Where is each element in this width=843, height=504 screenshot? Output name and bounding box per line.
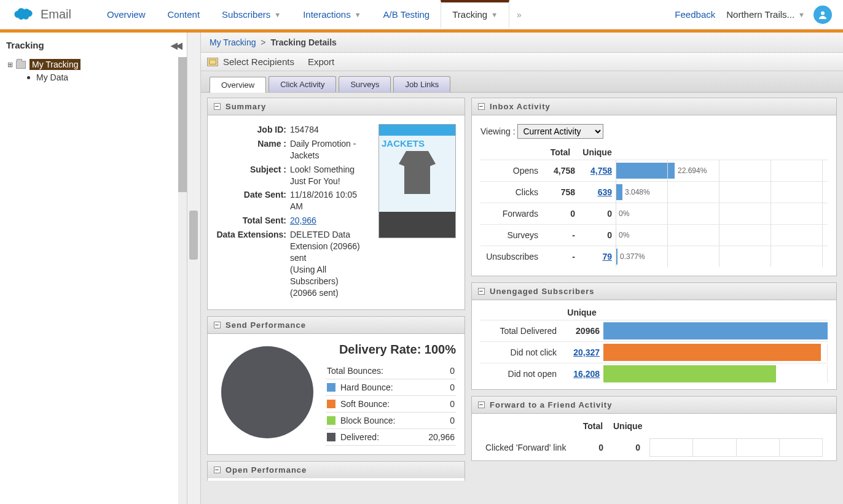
caret-down-icon: ▼ — [798, 11, 805, 18]
viewing-select[interactable]: Current Activity — [517, 124, 603, 139]
tree-item-my-tracking[interactable]: ⊞ My Tracking — [6, 58, 181, 71]
swatch-icon — [327, 433, 335, 441]
top-nav: Email Overview Content Subscribers▼ Inte… — [0, 0, 843, 29]
summary-table: Job ID:154784 Name :Daily Promotion - Ja… — [216, 124, 370, 301]
splitter-gutter[interactable] — [187, 33, 201, 504]
summary-total-sent-link[interactable]: 20,966 — [290, 215, 316, 225]
export-button[interactable]: Export — [308, 56, 334, 67]
tab-overview[interactable]: Overview — [96, 0, 157, 29]
table-row: Did not open 16,208 — [480, 363, 828, 385]
tree-item-my-data[interactable]: My Data — [6, 71, 181, 83]
caret-down-icon: ▼ — [274, 11, 281, 18]
table-row: Forwards 0 0 0% — [480, 203, 828, 225]
swatch-icon — [327, 416, 335, 425]
didnotclick-link[interactable]: 20,327 — [573, 347, 600, 357]
swatch-icon — [327, 400, 335, 408]
nav-right: Feedback Northern Trails...▼ — [675, 6, 843, 24]
nav-more-icon[interactable]: » — [509, 0, 529, 29]
panel-summary: −Summary Job ID:154784 Name :Daily Promo… — [207, 98, 465, 310]
didnotopen-link[interactable]: 16,208 — [573, 369, 600, 379]
toolbar: Select Recipients Export — [201, 53, 843, 71]
subtab-surveys[interactable]: Surveys — [339, 76, 391, 92]
user-avatar-icon[interactable] — [814, 6, 832, 24]
panel-open-performance: −Open Performance — [207, 461, 465, 481]
breadcrumb-current: Tracking Details — [270, 37, 336, 47]
panel-forward: −Forward to a Friend Activity Total Uniq… — [471, 396, 837, 461]
table-row: Clicked 'Forward' link 0 0 — [480, 435, 828, 460]
panel-toggle-icon[interactable]: − — [214, 322, 221, 328]
unengaged-table: Unique Total Delivered 20966 Did not cli… — [480, 305, 828, 384]
tab-content[interactable]: Content — [157, 0, 211, 29]
summary-de: DELETED Data Extension (20966) sent(Usin… — [290, 229, 370, 298]
unsub-unique-link[interactable]: 79 — [602, 252, 612, 262]
opens-unique-link[interactable]: 4,758 — [590, 166, 612, 176]
svg-point-0 — [821, 11, 825, 15]
subtab-overview[interactable]: Overview — [210, 77, 266, 93]
clicks-unique-link[interactable]: 639 — [598, 187, 612, 197]
summary-date: 11/18/2016 10:05 AM — [290, 189, 370, 212]
swatch-icon — [327, 383, 335, 392]
inbox-activity-table: TotalUnique Opens 4,758 4,758 22.694% Cl… — [480, 145, 828, 267]
table-row: Total Delivered 20966 — [480, 320, 828, 342]
recipients-icon — [207, 58, 218, 66]
bullet-icon — [27, 76, 30, 79]
expand-icon[interactable]: ⊞ — [6, 61, 14, 69]
tab-ab-testing[interactable]: A/B Testing — [372, 0, 441, 29]
subtabs: Overview Click Activity Surveys Job Link… — [201, 71, 843, 93]
summary-jobid: 154784 — [290, 124, 370, 136]
account-picker[interactable]: Northern Trails...▼ — [726, 9, 805, 20]
salesforce-cloud-icon[interactable] — [11, 7, 33, 22]
panel-toggle-icon[interactable]: − — [214, 467, 221, 473]
app-label: Email — [41, 7, 71, 21]
tab-subscribers[interactable]: Subscribers▼ — [211, 0, 292, 29]
panel-inbox-activity: −Inbox Activity Viewing : Current Activi… — [471, 98, 837, 276]
subtab-click-activity[interactable]: Click Activity — [269, 76, 336, 92]
breadcrumb: My Tracking > Tracking Details — [201, 33, 843, 53]
tab-tracking[interactable]: Tracking▼ — [441, 0, 509, 29]
tab-interactions[interactable]: Interactions▼ — [292, 0, 372, 29]
breadcrumb-my-tracking[interactable]: My Tracking — [210, 37, 256, 47]
nav-tabs: Overview Content Subscribers▼ Interactio… — [96, 0, 529, 29]
table-row: Clicks 758 639 3.048% — [480, 182, 828, 203]
scrollbar-thumb[interactable] — [189, 211, 198, 260]
caret-down-icon: ▼ — [355, 11, 361, 18]
sidebar-collapse-icon[interactable]: ◀◀ — [171, 41, 181, 50]
table-row: Did not click 20,327 — [480, 342, 828, 363]
summary-name: Daily Promotion - Jackets — [290, 138, 370, 161]
panel-unengaged: −Unengaged Subscribers Unique Total Deli… — [471, 282, 837, 390]
panel-toggle-icon[interactable]: − — [214, 103, 221, 110]
delivery-rate: Delivery Rate: 100% — [326, 343, 456, 357]
panel-toggle-icon[interactable]: − — [478, 288, 485, 295]
panel-toggle-icon[interactable]: − — [478, 401, 485, 408]
sidebar-scrollbar[interactable] — [178, 57, 187, 504]
table-row: Opens 4,758 4,758 22.694% — [480, 160, 828, 182]
email-preview[interactable]: JACKETS — [378, 124, 456, 238]
main: My Tracking > Tracking Details Select Re… — [201, 33, 843, 504]
sidebar-title: Tracking — [6, 40, 44, 50]
subtab-job-links[interactable]: Job Links — [393, 76, 450, 92]
panel-toggle-icon[interactable]: − — [478, 103, 485, 110]
delivery-pie-chart — [221, 346, 313, 438]
select-recipients-button[interactable]: Select Recipients — [223, 56, 294, 67]
table-row: Surveys - 0 0% — [480, 225, 828, 246]
jacket-icon — [399, 151, 436, 194]
table-row: Unsubscribes - 79 0.377% — [480, 246, 828, 268]
panel-send-performance: −Send Performance Delivery Rate: 100% To… — [207, 316, 465, 455]
caret-down-icon: ▼ — [491, 11, 498, 18]
summary-subject: Look! Something Just For You! — [290, 164, 370, 187]
folder-icon — [16, 61, 26, 69]
feedback-link[interactable]: Feedback — [675, 9, 715, 20]
sidebar: Tracking ◀◀ ⊞ My Tracking My Data — [0, 33, 187, 504]
